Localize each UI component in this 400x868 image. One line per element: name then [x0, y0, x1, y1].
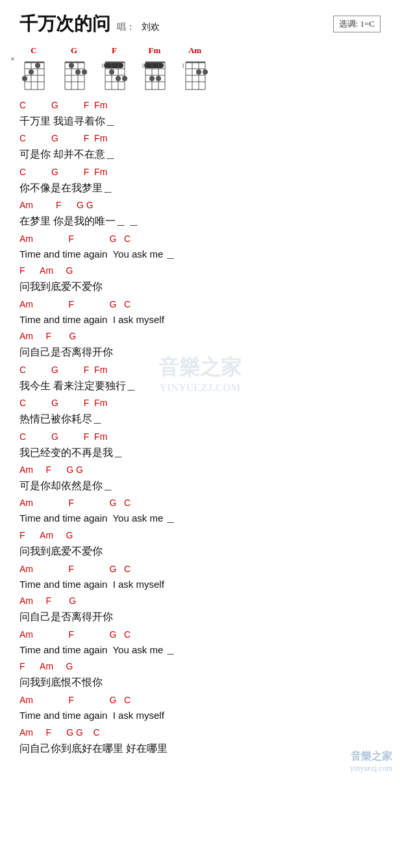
svg-text:1: 1 [142, 63, 144, 69]
lyric-en-line-33: Time and time again You ask me ＿ [19, 642, 381, 658]
chord-grid-Fm: 1 [140, 57, 169, 92]
chord-diagram-Fm: Fm 1 [140, 45, 169, 92]
chord-line-22: Am F G G [19, 463, 381, 477]
footer-watermark-en: yinyuezj.com [350, 764, 392, 773]
chord-line-32: Am F G C [19, 628, 381, 642]
chord-line-34: F Am G [19, 660, 381, 673]
lyric-en-line-29: Time and time again I ask myself [19, 577, 381, 593]
chord-line-20: C G F Fm [19, 430, 381, 444]
chord-name-Am: Am [188, 45, 201, 56]
lyric-en-line-13: Time and time again I ask myself [19, 312, 381, 328]
svg-point-35 [109, 69, 114, 75]
svg-text:1: 1 [182, 63, 184, 69]
lyric-en-line-25: Time and time again You ask me ＿ [19, 511, 381, 527]
lyric-line-1: 千万里 我追寻着你＿ [19, 113, 381, 130]
svg-rect-38 [144, 63, 164, 68]
chord-line-36: Am F G C [19, 693, 381, 707]
chord-line-38: Am F G G C [19, 726, 381, 740]
chord-line-8: Am F G C [19, 232, 381, 246]
chord-grid-G [60, 57, 88, 92]
song-title: 千万次的问 [19, 12, 110, 36]
svg-point-62 [203, 69, 208, 75]
chord-line-28: Am F G C [19, 562, 381, 576]
lyric-line-15: 问自己是否离得开你 [19, 344, 381, 361]
chord-grid-F: 1 [100, 57, 129, 92]
singer-label: 唱： [117, 21, 135, 33]
footer-watermark: 音樂之家 yinyuezj.com [350, 750, 392, 773]
chord-line-6: Am F G G [19, 199, 381, 212]
song-content: C G F Fm千万里 我追寻着你＿C G F Fm可是你 却并不在意＿C G … [19, 99, 381, 757]
svg-text:1: 1 [101, 63, 104, 69]
svg-point-22 [69, 63, 74, 68]
lyric-line-5: 你不像是在我梦里＿ [19, 180, 381, 197]
lyric-line-3: 可是你 却并不在意＿ [19, 146, 381, 163]
svg-point-36 [116, 76, 121, 81]
lyric-line-11: 问我到底爱不爱你 [19, 278, 381, 295]
svg-point-11 [22, 76, 27, 81]
lyric-line-21: 我已经变的不再是我＿ [19, 444, 381, 461]
chord-diagram-F: F 1 [100, 45, 129, 92]
lyric-line-31: 问自己是否离得开你 [19, 609, 381, 625]
lyric-line-7: 在梦里 你是我的唯一＿ ＿ [19, 213, 381, 230]
chord-diagram-C: × C [19, 45, 48, 92]
chord-grid-Am: 1 [181, 57, 209, 92]
chord-name-G: G [71, 45, 77, 56]
chord-diagrams: × C G [19, 45, 381, 92]
lyric-en-line-9: Time and time again You ask me ＿ [19, 247, 381, 263]
svg-point-10 [29, 69, 34, 75]
chord-name-C: C [31, 45, 36, 56]
chord-line-12: Am F G C [19, 298, 381, 311]
page: 千万次的问 唱： 刘欢 选调: 1=C × C [0, 0, 400, 778]
chord-line-30: Am F G [19, 594, 381, 608]
chord-line-0: C G F Fm [19, 99, 381, 112]
svg-point-49 [149, 76, 155, 81]
chord-name-F: F [112, 45, 117, 56]
chord-diagram-Am: Am 1 [181, 45, 209, 92]
chord-diagram-G: G [60, 45, 88, 92]
lyric-line-35: 问我到底恨不恨你 [19, 674, 381, 691]
chord-line-16: C G F Fm [19, 363, 381, 377]
x-mark-C: × [10, 54, 15, 64]
singer-name: 刘欢 [142, 21, 160, 33]
chord-line-14: Am F G [19, 330, 381, 343]
header: 千万次的问 唱： 刘欢 选调: 1=C [19, 12, 381, 36]
chord-line-2: C G F Fm [19, 132, 381, 145]
chord-line-10: F Am G [19, 264, 381, 278]
chord-line-26: F Am G [19, 529, 381, 542]
svg-rect-24 [104, 63, 123, 68]
chord-line-24: Am F G C [19, 496, 381, 510]
svg-point-9 [35, 63, 40, 68]
svg-point-37 [122, 76, 127, 81]
lyric-line-39: 问自己你到底好在哪里 好在哪里 [19, 740, 381, 757]
chord-name-Fm: Fm [149, 45, 161, 56]
key-box: 选调: 1=C [333, 16, 381, 32]
chord-line-18: C G F Fm [19, 396, 381, 410]
svg-point-23 [75, 69, 81, 75]
lyric-line-17: 我今生 看来注定要独行＿ [19, 378, 381, 394]
chord-grid-C [19, 57, 48, 92]
footer-watermark-cn: 音樂之家 [351, 750, 392, 764]
svg-point-61 [196, 69, 201, 75]
chord-line-4: C G F Fm [19, 165, 381, 179]
svg-point-50 [156, 76, 161, 81]
lyric-line-19: 热情已被你耗尽＿ [19, 411, 381, 428]
lyric-line-27: 问我到底爱不爱你 [19, 543, 381, 560]
lyric-en-line-37: Time and time again I ask myself [19, 708, 381, 724]
svg-point-21 [82, 69, 87, 75]
lyric-line-23: 可是你却依然是你＿ [19, 477, 381, 494]
title-block: 千万次的问 唱： 刘欢 [19, 12, 160, 36]
